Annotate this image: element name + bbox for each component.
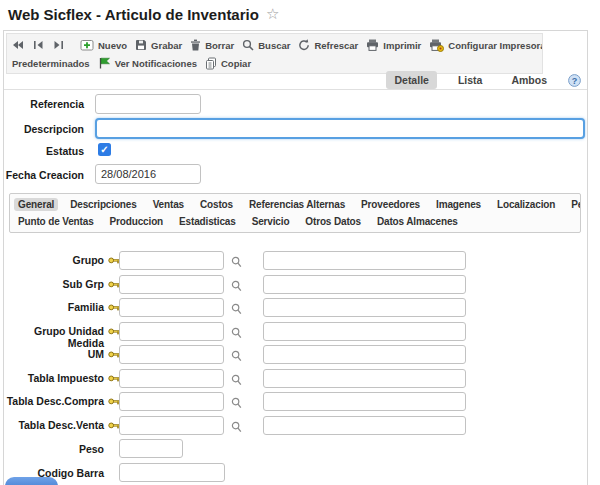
section-tabs: GeneralDescripcionesVentasCostosReferenc… bbox=[9, 193, 581, 233]
copiar-label: Copiar bbox=[221, 58, 251, 69]
um-description-input[interactable] bbox=[263, 345, 466, 364]
buscar-button[interactable]: Buscar bbox=[242, 39, 290, 51]
grupo-unidad-medida-code-input[interactable] bbox=[119, 322, 224, 341]
save-icon bbox=[135, 39, 147, 51]
lookup-search-icon[interactable] bbox=[231, 278, 242, 296]
fecha-creacion-label: Fecha Creacion bbox=[4, 169, 84, 181]
app-window: Web Sicflex - Articulo de Inventario ☆ N… bbox=[0, 0, 600, 485]
nav-last-button[interactable] bbox=[53, 40, 64, 50]
predeterminados-label: Predeterminados bbox=[12, 58, 90, 69]
lookup-search-icon[interactable] bbox=[231, 419, 242, 437]
familia-description-input[interactable] bbox=[263, 298, 466, 317]
nav-first-button[interactable] bbox=[33, 40, 44, 50]
search-icon bbox=[242, 39, 254, 51]
lookup-row-tabla-impuesto: Tabla Impuesto bbox=[4, 369, 587, 389]
section-tab-localizacion[interactable]: Localizacion bbox=[493, 198, 559, 211]
nuevo-button[interactable]: Nuevo bbox=[80, 39, 127, 51]
fecha-creacion-input[interactable] bbox=[95, 164, 201, 184]
um-label: UM bbox=[4, 348, 104, 360]
section-tab-perfiles[interactable]: Perfiles bbox=[567, 198, 581, 211]
estatus-checkbox[interactable]: ✓ bbox=[98, 143, 111, 156]
step-back-icon bbox=[33, 40, 44, 50]
lookup-row-grupo: Grupo bbox=[4, 251, 587, 271]
lookup-search-icon[interactable] bbox=[231, 301, 242, 319]
sub-grp-label: Sub Grp bbox=[4, 278, 104, 290]
lookup-search-icon[interactable] bbox=[231, 348, 242, 366]
section-tab-estadisticas[interactable]: Estadisticas bbox=[175, 215, 240, 228]
grupo-description-input[interactable] bbox=[263, 251, 466, 270]
lookup-search-icon[interactable] bbox=[231, 395, 242, 413]
lookup-row-um: UM bbox=[4, 345, 587, 365]
view-tab-lista[interactable]: Lista bbox=[450, 71, 491, 89]
lookup-search-icon[interactable] bbox=[231, 325, 242, 343]
section-tab-produccion[interactable]: Produccion bbox=[106, 215, 168, 228]
tabla-impuesto-label: Tabla Impuesto bbox=[4, 372, 104, 384]
section-tab-referencias-alternas[interactable]: Referencias Alternas bbox=[245, 198, 349, 211]
section-tab-imagenes[interactable]: Imagenes bbox=[432, 198, 485, 211]
tabla-desc-venta-description-input[interactable] bbox=[263, 416, 466, 435]
grupo-code-input[interactable] bbox=[119, 251, 224, 270]
grupo-unidad-medida-description-input[interactable] bbox=[263, 322, 466, 341]
section-tab-servicio[interactable]: Servicio bbox=[248, 215, 294, 228]
grabar-button[interactable]: Grabar bbox=[135, 39, 182, 51]
toolbar-row1: NuevoGrabarBorrarBuscarRefrescarImprimir… bbox=[10, 36, 539, 54]
printer-config-icon bbox=[429, 39, 444, 52]
view-tab-ambos[interactable]: Ambos bbox=[503, 71, 555, 89]
help-icon[interactable]: ? bbox=[568, 74, 581, 87]
section-tab-general[interactable]: General bbox=[14, 198, 58, 211]
tabla-desc-compra-code-input[interactable] bbox=[119, 392, 224, 411]
peso-input[interactable] bbox=[119, 439, 183, 458]
borrar-button[interactable]: Borrar bbox=[190, 39, 234, 51]
section-tab-row: GeneralDescripcionesVentasCostosReferenc… bbox=[14, 196, 576, 213]
record-nav-group bbox=[12, 40, 64, 50]
imprimir-label: Imprimir bbox=[383, 40, 421, 51]
lookup-row-tabla-desc-venta: Tabla Desc.Venta bbox=[4, 416, 587, 436]
ver-notificaciones-button[interactable]: Ver Notificaciones bbox=[98, 57, 197, 69]
check-icon: ✓ bbox=[100, 145, 108, 155]
floating-button[interactable] bbox=[5, 477, 58, 485]
section-tab-proveedores[interactable]: Proveedores bbox=[357, 198, 424, 211]
lookup-search-icon[interactable] bbox=[231, 254, 242, 272]
page-title-text: Web Sicflex - Articulo de Inventario bbox=[8, 6, 259, 23]
sub-grp-code-input[interactable] bbox=[119, 275, 224, 294]
refrescar-button[interactable]: Refrescar bbox=[298, 39, 358, 51]
section-tab-otros-datos[interactable]: Otros Datos bbox=[301, 215, 365, 228]
printer-icon bbox=[366, 39, 379, 51]
nav-fast-back-button[interactable] bbox=[12, 40, 24, 50]
familia-code-input[interactable] bbox=[119, 298, 224, 317]
tabla-impuesto-description-input[interactable] bbox=[263, 369, 466, 388]
buscar-label: Buscar bbox=[258, 40, 290, 51]
toolbar-row2: PredeterminadosVer NotificacionesCopiar bbox=[10, 54, 539, 72]
codigo-barra-input[interactable] bbox=[119, 463, 225, 482]
ver-notificaciones-label: Ver Notificaciones bbox=[115, 58, 197, 69]
copiar-button[interactable]: Copiar bbox=[205, 57, 251, 70]
favorite-star-icon[interactable]: ☆ bbox=[266, 5, 279, 23]
configurar-impresora-label: Configurar Impresora bbox=[448, 40, 543, 51]
trash-icon bbox=[190, 39, 201, 51]
referencia-input[interactable] bbox=[95, 94, 201, 114]
peso-row: Peso bbox=[4, 439, 587, 459]
predeterminados-button[interactable]: Predeterminados bbox=[12, 58, 90, 69]
lookup-search-icon[interactable] bbox=[231, 372, 242, 390]
grupo-label: Grupo bbox=[4, 254, 104, 266]
tabla-impuesto-code-input[interactable] bbox=[119, 369, 224, 388]
section-tab-costos[interactable]: Costos bbox=[196, 198, 237, 211]
tabla-desc-compra-description-input[interactable] bbox=[263, 392, 466, 411]
step-forward-icon bbox=[53, 40, 64, 50]
configurar-impresora-button[interactable]: Configurar Impresora bbox=[429, 39, 543, 52]
imprimir-button[interactable]: Imprimir bbox=[366, 39, 421, 51]
familia-label: Familia bbox=[4, 301, 104, 313]
estatus-label: Estatus bbox=[4, 145, 84, 157]
section-tab-ventas[interactable]: Ventas bbox=[149, 198, 188, 211]
um-code-input[interactable] bbox=[119, 345, 224, 364]
section-tab-datos-almacenes[interactable]: Datos Almacenes bbox=[373, 215, 462, 228]
new-record-icon bbox=[80, 39, 94, 51]
sub-grp-description-input[interactable] bbox=[263, 275, 466, 294]
lookup-row-familia: Familia bbox=[4, 298, 587, 318]
descripcion-input[interactable] bbox=[95, 118, 585, 139]
view-tab-detalle[interactable]: Detalle bbox=[386, 71, 436, 89]
section-tab-punto-de-ventas[interactable]: Punto de Ventas bbox=[14, 215, 98, 228]
section-tab-descripciones[interactable]: Descripciones bbox=[66, 198, 140, 211]
lookup-row-tabla-desc-compra: Tabla Desc.Compra bbox=[4, 392, 587, 412]
tabla-desc-venta-code-input[interactable] bbox=[119, 416, 224, 435]
